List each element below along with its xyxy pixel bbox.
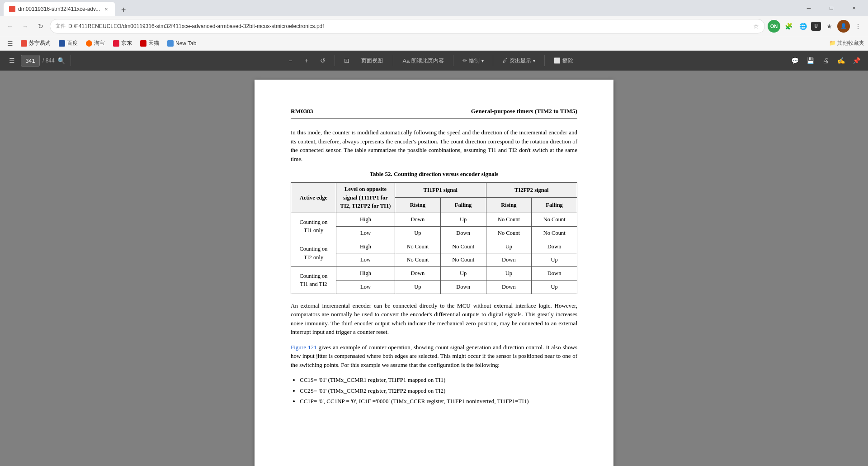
col-header-rising1: Rising [395,198,441,213]
pdf-draw-button[interactable]: ✏ 绘制 ▾ [459,54,487,67]
table-cell-value: No Count [532,226,577,240]
pdf-nav-area: ☰ / 844 🔍 [5,54,65,67]
bullet-item-1: CC1S= '01' (TIMx_CCMR1 register, TI1FP1 … [300,376,577,385]
table-cell-value: Up [486,267,532,281]
dark-mode-icon[interactable]: U [811,22,821,31]
bullet-list: CC1S= '01' (TIMx_CCMR1 register, TI1FP1 … [300,376,577,406]
pdf-fit-page-button[interactable]: ⊡ [340,54,353,67]
pdf-separator-5 [493,55,493,66]
close-button[interactable]: × [844,1,864,15]
pdf-zoom-in-button[interactable]: + [300,54,313,67]
table-cell-active-edge: Counting on TI1 and TI2 [291,267,336,294]
tianmao-favicon [140,40,146,47]
pdf-erase-label: 擦除 [562,57,573,65]
pdf-read-label: 朗读此页内容 [411,57,444,65]
pdf-print-button[interactable]: 🖨 [819,54,832,67]
pdf-rotate-button[interactable]: ↺ [316,54,329,67]
pdf-zoom-out-button[interactable]: − [284,54,297,67]
col-header-ti1fp1: TI1FP1 signal [395,182,486,198]
tab-strip: dm00119316-stm32f411xce-adv... × + [4,0,130,16]
encoder-table: Active edge Level on opposite signal (TI… [291,182,577,294]
address-bar[interactable]: 文件 D:/F411RENEUCLEO/dm00119316-stm32f411… [50,19,765,33]
pdf-read-button[interactable]: Aa 朗读此页内容 [399,54,448,67]
jd-label: 京东 [121,39,132,47]
translate-icon[interactable]: 🌐 [797,20,809,33]
tab-close-button[interactable]: × [103,5,110,13]
bookmark-suning[interactable]: 苏宁易购 [17,38,54,48]
pdf-menu-button[interactable]: ☰ [5,54,18,67]
pdf-save-button[interactable]: 💾 [804,54,816,67]
intro-paragraph: In this mode, the counter is modified au… [291,128,577,163]
active-tab[interactable]: dm00119316-stm32f411xce-adv... × [4,2,115,16]
bookmark-baidu[interactable]: 百度 [55,38,81,48]
table-cell-value: Up [440,213,486,227]
bookmarks-right: 📁 其他收藏夹 [829,39,864,47]
bookmark-tianmao[interactable]: 天猫 [137,38,163,48]
back-button[interactable]: ← [4,20,16,33]
baidu-favicon [59,40,65,47]
toolbar-right: ON 🧩 🌐 U ★ 👤 ⋮ [768,20,864,33]
col-header-falling2: Falling [532,198,577,213]
table-cell-value: Down [532,240,577,253]
col-header-ti2fp2: TI2FP2 signal [486,182,577,198]
bookmark-jd[interactable]: 京东 [109,38,136,48]
sidebar-toggle-icon[interactable]: ☰ [4,37,16,50]
figure-121-link[interactable]: Figure 121 [291,344,317,351]
extensions-icon[interactable]: 🧩 [782,20,795,33]
pdf-sign-button[interactable]: ✍ [835,54,847,67]
col-header-level: Level on opposite signal (TI1FP1 for TI2… [336,182,395,213]
table-cell-value: Up [486,240,532,253]
table-cell-value: Up [532,253,577,267]
table-cell-level: High [336,240,395,253]
table-cell-value: No Count [440,240,486,253]
url-text: D:/F411RENEUCLEO/dm00119316-stm32f411xce… [68,23,750,29]
paragraph3-text: gives an example of counter operation, s… [291,344,577,368]
bullet-item-2: CC2S= '01' (TIMx_CCMR2 register, TI2FP2 … [300,386,577,395]
pdf-center-controls: − + ↺ ⊡ 页面视图 Aa 朗读此页内容 ✏ 绘制 ▾ 🖊 突出显示 ▾ ⬜… [76,54,785,67]
table-cell-value: Up [395,280,441,294]
table-cell-level: Low [336,280,395,294]
pdf-pin-button[interactable]: 📌 [850,54,863,67]
profile-icon-green[interactable]: ON [768,20,780,33]
forward-button[interactable]: → [19,20,32,33]
table-cell-value: No Count [486,213,532,227]
more-options-icon[interactable]: ⋮ [852,20,864,33]
new-tab-button[interactable]: + [117,4,130,16]
page-header-left: RM0383 [291,107,313,116]
table-cell-level: High [336,213,395,227]
bookmark-icon[interactable]: ★ [823,20,835,33]
bookmark-star-icon[interactable]: ☆ [753,23,759,30]
bookmark-taobao[interactable]: 淘宝 [82,38,108,48]
paragraph3: Figure 121 gives an example of counter o… [291,343,577,370]
window-controls: ─ □ × [798,1,864,15]
table-cell-value: Down [440,280,486,294]
pdf-highlight-label: 突出显示 [509,57,531,65]
reload-button[interactable]: ↻ [34,20,47,33]
col-header-rising2: Rising [486,198,532,213]
pdf-search-button[interactable]: 🔍 [57,57,65,64]
suning-label: 苏宁易购 [29,39,51,47]
table-cell-value: No Count [486,226,532,240]
pdf-highlight-button[interactable]: 🖊 突出显示 ▾ [499,54,539,67]
table-cell-value: Down [440,226,486,240]
browser-titlebar: dm00119316-stm32f411xce-adv... × + ─ □ × [0,0,868,16]
pdf-separator-1 [71,55,71,66]
other-bookmarks-label[interactable]: 📁 其他收藏夹 [829,39,864,47]
pdf-page-total: / 844 [42,57,55,64]
scheme-label: 文件 [56,23,66,29]
taobao-favicon [86,40,92,47]
pdf-page-view-button[interactable]: 页面视图 [357,54,387,67]
pdf-content: RM0383 General-purpose timers (TIM2 to T… [0,71,868,466]
pdf-erase-button[interactable]: ⬜ 擦除 [550,54,577,67]
taobao-label: 淘宝 [94,39,105,47]
pdf-page-input[interactable] [21,55,40,67]
tianmao-label: 天猫 [148,39,159,47]
maximize-button[interactable]: □ [821,1,842,15]
pdf-page-view-label: 页面视图 [361,57,383,65]
minimize-button[interactable]: ─ [798,1,819,15]
user-avatar[interactable]: 👤 [837,20,850,33]
page-header-right: General-purpose timers (TIM2 to TIM5) [471,107,577,116]
pdf-comment-button[interactable]: 💬 [788,54,801,67]
pdf-separator-4 [453,55,453,66]
bookmark-newtab[interactable]: New Tab [164,39,200,48]
